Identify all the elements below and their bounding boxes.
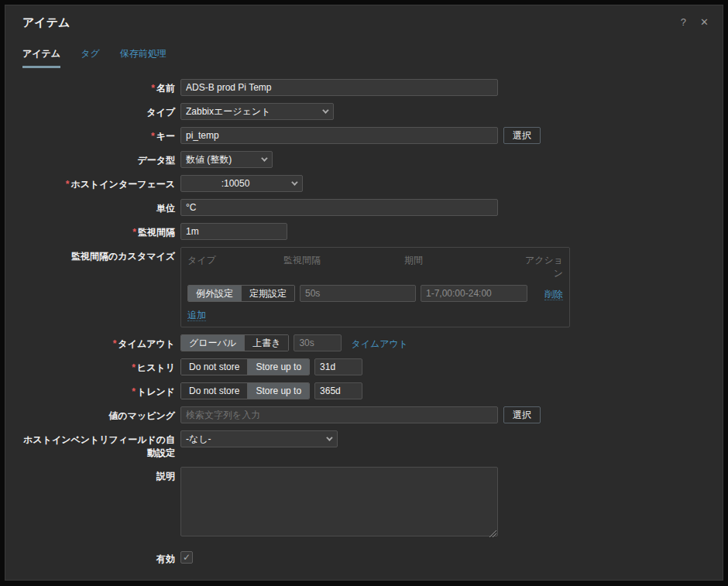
type-row: タイプ Zabbixエージェント: [22, 103, 706, 120]
remove-interval-link[interactable]: 削除: [544, 289, 563, 300]
history-label: ヒストリ: [137, 362, 175, 373]
value-mapping-row: 値のマッピング 選択: [22, 406, 706, 423]
dialog-controls: ? ✕: [679, 15, 710, 29]
item-form: *名前 タイプ Zabbixエージェント *キー 選択 データ型 数値 (整数)…: [5, 68, 723, 581]
chevron-down-icon: [322, 107, 328, 113]
update-interval-input[interactable]: [180, 223, 287, 240]
custom-interval-input[interactable]: [300, 285, 416, 302]
value-type-select-value: 数値 (整数): [186, 153, 255, 166]
required-mark: *: [151, 83, 155, 94]
trends-do-not-store-button[interactable]: Do not store: [181, 383, 247, 399]
trends-value-input[interactable]: [314, 382, 362, 399]
name-label: 名前: [156, 83, 175, 94]
enabled-checkbox[interactable]: ✓: [180, 551, 193, 564]
value-type-label: データ型: [22, 151, 180, 167]
timeout-global-button[interactable]: グローバル: [181, 335, 244, 351]
inventory-select[interactable]: -なし-: [180, 430, 338, 447]
update-interval-row: *監視間隔: [22, 223, 706, 240]
column-interval: 監視間隔: [283, 254, 400, 280]
type-select-value: Zabbixエージェント: [186, 105, 316, 118]
value-mapping-select-button[interactable]: 選択: [503, 406, 541, 423]
custom-intervals-label: 監視間隔のカスタマイズ: [22, 247, 180, 263]
units-label: 単位: [22, 199, 180, 215]
required-mark: *: [132, 386, 136, 397]
key-row: *キー 選択: [22, 127, 706, 144]
timeout-override-button[interactable]: 上書き: [244, 335, 288, 351]
close-icon[interactable]: ✕: [699, 15, 710, 29]
type-select[interactable]: Zabbixエージェント: [180, 103, 334, 120]
timeout-toggle: グローバル 上書き: [180, 334, 289, 351]
tab-tags[interactable]: タグ: [81, 47, 100, 68]
timeout-settings-link[interactable]: タイムアウト: [351, 338, 408, 351]
dialog-title: アイテム: [22, 15, 70, 30]
column-action: アクション: [516, 254, 563, 280]
inventory-label: ホストインベントリフィールドの自動設定: [22, 430, 180, 460]
key-label: キー: [156, 131, 175, 142]
key-input[interactable]: [180, 127, 498, 144]
enabled-row: 有効 ✓: [22, 550, 706, 566]
dialog-header: アイテム ? ✕: [5, 5, 723, 30]
name-row: *名前: [22, 79, 706, 96]
required-mark: *: [66, 179, 70, 190]
history-do-not-store-button[interactable]: Do not store: [181, 359, 247, 375]
timeout-value-input[interactable]: [294, 334, 342, 351]
trends-store-up-to-button[interactable]: Store up to: [247, 383, 309, 399]
custom-intervals-row: 監視間隔のカスタマイズ タイプ 監視間隔 期間 アクション 例外設定 定期設定 …: [22, 247, 706, 327]
custom-intervals-header: タイプ 監視間隔 期間 アクション: [187, 254, 563, 280]
interval-type-scheduling-button[interactable]: 定期設定: [241, 286, 294, 301]
latest-data-link[interactable]: 最新データ: [180, 578, 228, 581]
trends-row: *トレンド Do not store Store up to: [22, 382, 706, 399]
key-select-button[interactable]: 選択: [503, 127, 541, 144]
interval-type-toggle: 例外設定 定期設定: [187, 285, 295, 302]
inventory-select-value: -なし-: [186, 433, 320, 446]
value-type-select[interactable]: 数値 (整数): [180, 151, 273, 168]
description-label: 説明: [22, 467, 180, 483]
add-interval-link[interactable]: 追加: [187, 310, 206, 321]
description-row: 説明: [22, 467, 706, 540]
chevron-down-icon: [291, 179, 297, 185]
history-store-up-to-button[interactable]: Store up to: [247, 359, 309, 375]
value-mapping-input[interactable]: [180, 406, 498, 423]
description-textarea[interactable]: [180, 467, 498, 536]
required-mark: *: [132, 227, 136, 238]
interval-type-flexible-button[interactable]: 例外設定: [188, 286, 241, 301]
required-mark: *: [132, 362, 136, 373]
custom-period-input[interactable]: [421, 285, 527, 302]
history-row: *ヒストリ Do not store Store up to: [22, 358, 706, 375]
required-mark: *: [113, 338, 117, 349]
enabled-label: 有効: [22, 550, 180, 566]
timeout-row: *タイムアウト グローバル 上書き タイムアウト: [22, 334, 706, 351]
column-period: 期間: [404, 254, 511, 280]
item-config-dialog: アイテム ? ✕ アイテム タグ 保存前処理 *名前 タイプ Zabbixエージ…: [5, 5, 723, 581]
history-value-input[interactable]: [314, 358, 362, 375]
tab-bar: アイテム タグ 保存前処理: [5, 47, 723, 68]
tab-preprocessing[interactable]: 保存前処理: [120, 47, 167, 68]
required-mark: *: [151, 131, 155, 142]
chevron-down-icon: [261, 155, 267, 161]
trends-toggle: Do not store Store up to: [180, 382, 310, 399]
custom-intervals-fieldset: タイプ 監視間隔 期間 アクション 例外設定 定期設定 削除 追加: [180, 247, 570, 327]
value-mapping-label: 値のマッピング: [22, 406, 180, 423]
host-interface-row: *ホストインターフェース :10050: [22, 175, 706, 192]
name-input[interactable]: [180, 79, 498, 96]
units-input[interactable]: [180, 199, 498, 216]
host-interface-select-value: :10050: [186, 178, 285, 189]
latest-data-row: 最新データ: [22, 578, 706, 581]
timeout-label: タイムアウト: [118, 338, 175, 349]
units-row: 単位: [22, 199, 706, 216]
host-interface-select[interactable]: :10050: [180, 175, 303, 192]
column-type: タイプ: [187, 254, 279, 280]
inventory-row: ホストインベントリフィールドの自動設定 -なし-: [22, 430, 706, 460]
value-type-row: データ型 数値 (整数): [22, 151, 706, 168]
custom-interval-row: 例外設定 定期設定 削除: [187, 285, 563, 302]
host-interface-label: ホストインターフェース: [70, 179, 175, 190]
type-label: タイプ: [22, 103, 180, 119]
help-icon[interactable]: ?: [679, 15, 688, 29]
update-interval-label: 監視間隔: [138, 227, 175, 238]
tab-item[interactable]: アイテム: [22, 47, 60, 68]
chevron-down-icon: [326, 434, 332, 440]
trends-label: トレンド: [137, 386, 175, 397]
history-toggle: Do not store Store up to: [180, 358, 310, 375]
